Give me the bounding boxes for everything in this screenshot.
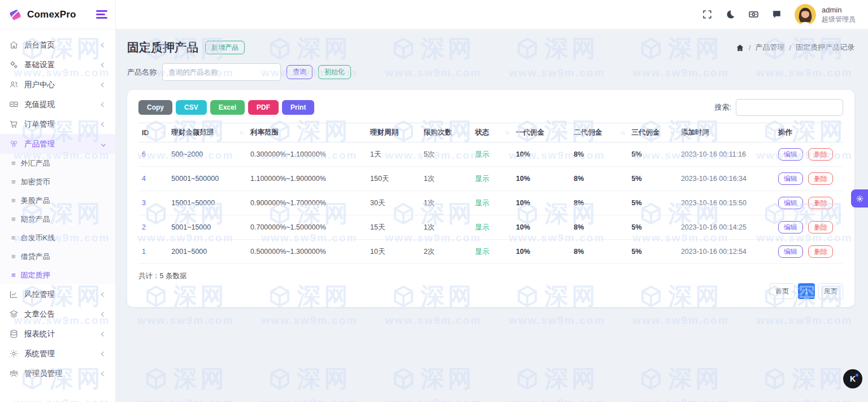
sidebar-item-basic-settings[interactable]: 基础设置 <box>0 55 115 75</box>
kit-label: K <box>850 374 856 383</box>
user-menu[interactable]: admin 超级管理员 <box>795 4 856 25</box>
status-badge[interactable]: 显示 <box>472 142 513 167</box>
team-icon <box>9 369 19 378</box>
main-area: admin 超级管理员 固定质押产品 新增产品 / 产品管理 / 固定质押产品记… <box>116 0 868 402</box>
edit-button[interactable]: 编辑 <box>778 221 803 234</box>
kit-helper-button[interactable]: K <box>843 369 862 388</box>
pdf-button[interactable]: PDF <box>248 100 279 115</box>
sidebar-item-label: 风控管理 <box>24 289 96 300</box>
sort-icon[interactable]: ↑↓ <box>836 129 840 136</box>
sidebar-subitem-us-stocks[interactable]: ≡ 美股产品 <box>0 191 115 210</box>
reset-button[interactable]: 初始化 <box>318 65 351 79</box>
products-table: ID↑↓ 理财金额范围↑↓ 利率范围 理财周期 限购次数↑↓ 状态↑↓ 一代佣金… <box>138 123 843 264</box>
breadcrumb-current: 固定质押产品记录 <box>796 42 854 53</box>
query-button[interactable]: 查询 <box>287 65 313 79</box>
sidebar-item-articles[interactable]: 文章公告 <box>0 304 115 324</box>
pagination-last[interactable]: 尾页 <box>818 283 843 299</box>
sidebar-item-products[interactable]: 产品管理 <box>0 134 115 154</box>
col-level1-commission[interactable]: 一代佣金↑↓ <box>513 123 570 142</box>
table-toolbar: Copy CSV Excel PDF Print 搜索: <box>138 99 843 116</box>
sidebar-subitem-forex[interactable]: ≡ 外汇产品 <box>0 154 115 172</box>
list-icon: ≡ <box>11 234 16 242</box>
edit-button[interactable]: 编辑 <box>778 172 803 185</box>
product-name-input[interactable] <box>162 63 281 81</box>
col-period[interactable]: 理财周期 <box>367 123 420 142</box>
sidebar-item-orders[interactable]: 订单管理 <box>0 114 115 134</box>
list-icon: ≡ <box>11 159 16 167</box>
cell-id[interactable]: 1 <box>138 240 168 264</box>
sidebar-toggle-icon[interactable] <box>96 10 107 19</box>
status-badge[interactable]: 显示 <box>472 215 513 240</box>
messages-icon[interactable] <box>771 9 782 20</box>
cell-id[interactable]: 4 <box>138 167 168 191</box>
col-actions[interactable]: 操作↑↓ <box>775 123 843 142</box>
pagination-first[interactable]: 首页 <box>770 283 795 299</box>
excel-button[interactable]: Excel <box>210 100 245 115</box>
delete-button[interactable]: 删除 <box>808 197 833 209</box>
delete-button[interactable]: 删除 <box>808 221 833 234</box>
sort-icon[interactable]: ↑↓ <box>767 129 771 136</box>
col-id[interactable]: ID↑↓ <box>138 123 168 142</box>
sidebar-subitem-label: 自发币K线 <box>21 233 55 243</box>
delete-button[interactable]: 删除 <box>808 148 833 161</box>
status-badge[interactable]: 显示 <box>472 191 513 215</box>
sidebar-item-reports[interactable]: 报表统计 <box>0 324 115 344</box>
cell-created-at: 2023-10-16 00:12:54 <box>678 240 775 264</box>
sort-icon[interactable]: ↑↓ <box>563 129 567 136</box>
sidebar-subitem-fixed-pledge[interactable]: ≡ 固定质押 <box>0 266 115 284</box>
sort-icon[interactable]: ↑↓ <box>620 129 625 136</box>
print-button[interactable]: Print <box>282 100 314 115</box>
cell-amount-range: 50001~500000 <box>168 167 247 191</box>
sidebar-item-label: 用户中心 <box>24 80 96 90</box>
sidebar-subitem-loans[interactable]: ≡ 借贷产品 <box>0 247 115 266</box>
list-icon: ≡ <box>11 215 16 223</box>
col-status[interactable]: 状态↑↓ <box>472 123 513 142</box>
sort-icon[interactable]: ↑↓ <box>505 129 510 136</box>
chevron-left-icon <box>101 82 106 87</box>
edit-button[interactable]: 编辑 <box>778 197 803 209</box>
cell-id[interactable]: 3 <box>138 191 168 215</box>
status-badge[interactable]: 显示 <box>472 240 513 264</box>
add-product-button[interactable]: 新增产品 <box>205 41 245 54</box>
sidebar-item-deposit-withdraw[interactable]: 充值提现 <box>0 94 115 114</box>
sidebar-item-home[interactable]: 后台首页 <box>0 35 115 55</box>
cell-rate-range: 0.500000%~1.300000% <box>247 240 367 264</box>
sidebar-subitem-label: 期货产品 <box>21 214 50 224</box>
breadcrumb-home-icon[interactable] <box>736 44 744 52</box>
sidebar-subitem-crypto[interactable]: ≡ 加密货币 <box>0 172 115 191</box>
delete-button[interactable]: 删除 <box>808 245 833 258</box>
pagination-page-1[interactable]: 1 <box>798 283 815 299</box>
chevron-left-icon <box>101 312 106 316</box>
chevron-left-icon <box>101 102 106 106</box>
sort-icon[interactable]: ↑↓ <box>160 129 165 136</box>
theme-settings-button[interactable] <box>851 189 868 208</box>
sidebar-item-system[interactable]: 系统管理 <box>0 344 115 364</box>
currency-icon[interactable] <box>748 9 759 20</box>
col-created-at[interactable]: 添加时间↑↓ <box>678 123 775 142</box>
dark-mode-moon-icon[interactable] <box>725 9 736 20</box>
csv-button[interactable]: CSV <box>176 100 207 115</box>
col-level2-commission[interactable]: 二代佣金↑↓ <box>570 123 628 142</box>
edit-button[interactable]: 编辑 <box>778 148 803 161</box>
table-search-input[interactable] <box>736 99 843 116</box>
col-rate-range[interactable]: 利率范围 <box>247 123 367 142</box>
fullscreen-icon[interactable] <box>702 9 713 20</box>
breadcrumb-products[interactable]: 产品管理 <box>755 42 784 53</box>
sidebar-subitem-custom-kline[interactable]: ≡ 自发币K线 <box>0 228 115 247</box>
status-badge[interactable]: 显示 <box>472 167 513 191</box>
col-amount-range[interactable]: 理财金额范围↑↓ <box>168 123 247 142</box>
sidebar-item-user-center[interactable]: 用户中心 <box>0 75 115 94</box>
cell-id[interactable]: 6 <box>138 142 168 167</box>
copy-button[interactable]: Copy <box>138 100 172 115</box>
edit-button[interactable]: 编辑 <box>778 245 803 258</box>
delete-button[interactable]: 删除 <box>808 172 833 185</box>
sort-icon[interactable]: ↑↓ <box>464 129 468 136</box>
col-level3-commission[interactable]: 三代佣金↑↓ <box>628 123 678 142</box>
sidebar-item-risk[interactable]: 风控管理 <box>0 284 115 304</box>
sort-icon[interactable]: ↑↓ <box>240 129 244 136</box>
col-purchase-limit[interactable]: 限购次数↑↓ <box>420 123 472 142</box>
sidebar-subitem-futures[interactable]: ≡ 期货产品 <box>0 210 115 228</box>
cell-id[interactable]: 2 <box>138 215 168 240</box>
sort-icon[interactable]: ↑↓ <box>670 129 674 136</box>
sidebar-item-admins[interactable]: 管理员管理 <box>0 364 115 383</box>
